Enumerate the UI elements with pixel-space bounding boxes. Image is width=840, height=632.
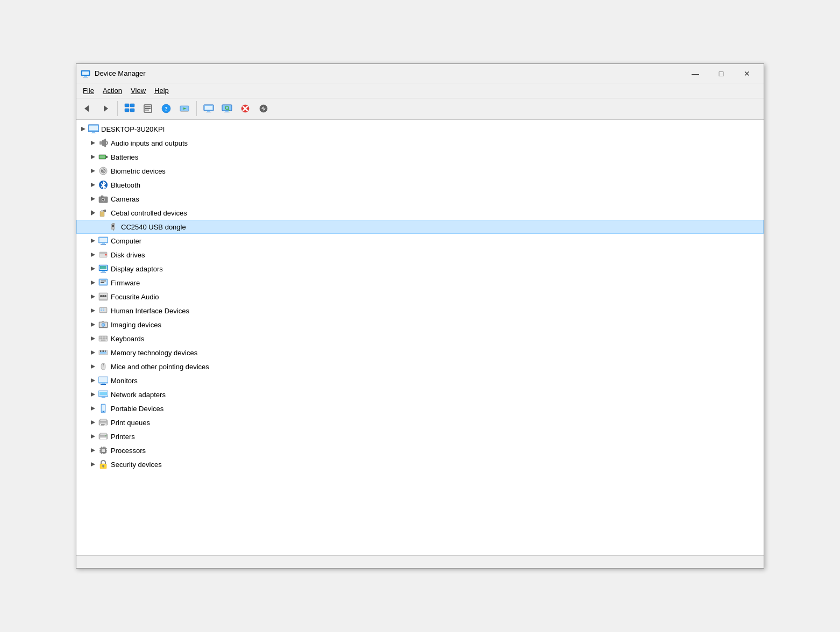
tree-item-cameras[interactable]: Cameras [76, 192, 764, 206]
back-button[interactable] [79, 100, 96, 117]
menu-action[interactable]: Action [98, 85, 126, 96]
memory-label: Memory technology devices [111, 349, 197, 357]
tree-item-firmware[interactable]: Firmware [76, 276, 764, 290]
tree-item-print-queues[interactable]: Print queues [76, 415, 764, 429]
tree-item-monitors[interactable]: Monitors [76, 374, 764, 387]
device-tree[interactable]: DESKTOP-3U20KPI Audio inputs and outputs [76, 120, 764, 555]
menu-file[interactable]: File [79, 85, 98, 96]
svg-rect-70 [99, 252, 107, 254]
audio-label: Audio inputs and outputs [111, 139, 188, 147]
svg-rect-117 [100, 350, 101, 352]
svg-rect-58 [104, 210, 106, 212]
svg-rect-103 [99, 336, 101, 337]
root-expand-icon [79, 124, 88, 134]
tree-item-mice[interactable]: Mice and other pointing devices [76, 360, 764, 374]
minimize-button[interactable]: — [683, 66, 708, 81]
tree-item-security[interactable]: Security devices [76, 457, 764, 471]
svg-rect-148 [100, 433, 106, 435]
tree-item-cebal[interactable]: Cebal controlled devices [76, 206, 764, 220]
svg-rect-150 [105, 435, 106, 436]
svg-marker-38 [91, 141, 95, 145]
svg-rect-23 [222, 105, 232, 111]
computer-button[interactable] [200, 100, 217, 117]
svg-rect-21 [207, 111, 210, 112]
help-icon-button[interactable]: ? [158, 100, 175, 117]
properties-button[interactable] [139, 100, 156, 117]
uninstall-button[interactable] [237, 100, 254, 117]
biometric-icon [98, 166, 109, 176]
processors-label: Processors [111, 447, 146, 455]
tree-item-printers[interactable]: Printers [76, 429, 764, 443]
svg-marker-89 [91, 308, 95, 313]
svg-rect-76 [101, 272, 106, 272]
tree-item-hid[interactable]: Human Interface Devices [76, 304, 764, 318]
svg-rect-135 [99, 392, 107, 395]
computer-expand-icon [88, 236, 98, 246]
status-bar [76, 555, 764, 568]
tree-item-focusrite[interactable]: Focusrite Audio [76, 290, 764, 304]
memory-icon [98, 347, 109, 358]
tree-item-biometric[interactable]: Biometric devices [76, 164, 764, 178]
tree-item-portable[interactable]: Portable Devices [76, 401, 764, 415]
svg-rect-134 [101, 398, 106, 398]
svg-rect-129 [101, 384, 106, 385]
app-icon [81, 69, 90, 78]
tree-item-processors[interactable]: Processors [76, 443, 764, 457]
svg-rect-92 [101, 308, 102, 310]
maximize-button[interactable]: □ [709, 66, 734, 81]
svg-marker-41 [91, 155, 95, 159]
cebal-label: Cebal controlled devices [111, 209, 187, 217]
network-icon [98, 389, 109, 400]
tree-item-bluetooth[interactable]: Bluetooth [76, 178, 764, 192]
run-button[interactable] [176, 100, 193, 117]
cameras-label: Cameras [111, 195, 139, 203]
tree-item-memory[interactable]: Memory technology devices [76, 346, 764, 360]
monitors-label: Monitors [111, 377, 138, 385]
svg-rect-55 [100, 211, 104, 217]
svg-marker-125 [91, 378, 95, 383]
disk-icon [98, 249, 109, 260]
tree-item-imaging[interactable]: Imaging devices [76, 318, 764, 332]
uninstall-icon [240, 104, 250, 113]
svg-point-71 [105, 254, 107, 256]
svg-rect-65 [99, 238, 107, 242]
help-icon: ? [161, 104, 171, 113]
forward-button[interactable] [97, 100, 114, 117]
keyboards-label: Keyboards [111, 335, 144, 343]
firmware-icon [98, 277, 109, 288]
tree-item-cc2540[interactable]: CC2540 USB dongle [76, 220, 764, 234]
portable-icon [98, 403, 109, 414]
computer-icon [203, 103, 214, 114]
svg-marker-146 [91, 434, 95, 439]
network-expand-icon [88, 390, 98, 399]
tree-item-disk[interactable]: Disk drives [76, 248, 764, 262]
computer-tree-icon [98, 235, 109, 246]
svg-point-52 [102, 199, 104, 201]
tree-root[interactable]: DESKTOP-3U20KPI [76, 122, 764, 136]
tree-item-network[interactable]: Network adapters [76, 387, 764, 401]
security-expand-icon [88, 459, 98, 469]
tree-item-computer[interactable]: Computer [76, 234, 764, 248]
svg-rect-153 [102, 449, 105, 452]
svg-point-87 [102, 295, 104, 297]
tree-item-keyboards[interactable]: Keyboards [76, 332, 764, 346]
show-devices-by-type-button[interactable] [121, 100, 138, 117]
tree-item-audio[interactable]: Audio inputs and outputs [76, 136, 764, 150]
svg-rect-106 [104, 336, 105, 337]
security-label: Security devices [111, 461, 162, 469]
back-icon [82, 104, 92, 113]
svg-rect-119 [103, 350, 104, 352]
menu-help[interactable]: Help [150, 85, 173, 96]
svg-rect-37 [91, 133, 96, 133]
keyboard-icon [98, 333, 109, 344]
menu-view[interactable]: View [126, 85, 150, 96]
svg-rect-56 [101, 210, 103, 212]
portable-expand-icon [88, 404, 98, 413]
scan-changes-button[interactable] [218, 100, 236, 117]
update-driver-button[interactable] [255, 100, 272, 117]
svg-marker-136 [91, 406, 95, 411]
tree-item-batteries[interactable]: Batteries [76, 150, 764, 164]
close-button[interactable]: ✕ [735, 66, 759, 81]
tree-item-display[interactable]: Display adaptors [76, 262, 764, 276]
svg-rect-53 [101, 196, 103, 197]
